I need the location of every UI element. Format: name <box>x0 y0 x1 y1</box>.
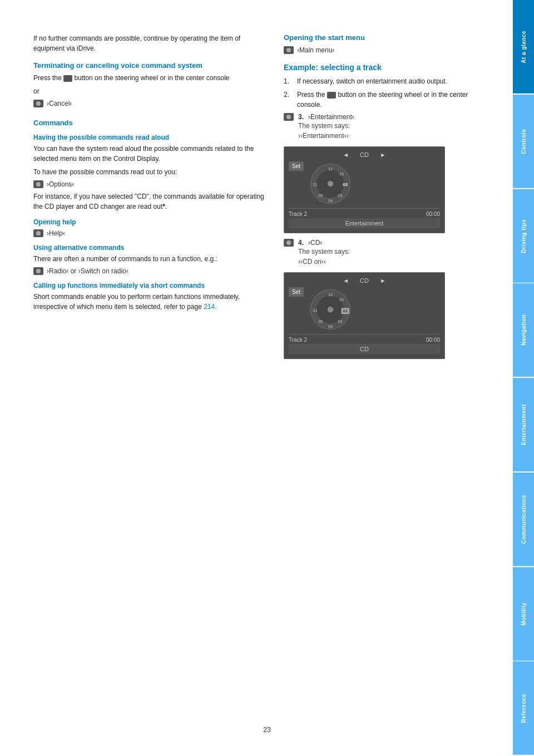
svg-text:03: 03 <box>338 194 343 198</box>
svg-text:04: 04 <box>328 325 333 329</box>
steps-list: 1. If necessary, switch on entertainment… <box>284 76 490 110</box>
calling-up-subheading: Calling up functions immediately via sho… <box>33 282 267 289</box>
svg-text:02: 02 <box>343 182 348 187</box>
commands-heading: Commands <box>33 119 267 127</box>
sidebar-tab-navigation[interactable]: Navigation <box>513 283 534 377</box>
voice-icon-step3 <box>284 113 294 121</box>
terminating-heading: Terminating or canceling voice command s… <box>33 61 267 70</box>
step-4: 4. ›CD‹ The system says: ››CD on‹‹ <box>284 239 490 267</box>
svg-text:01: 01 <box>339 298 344 302</box>
cd-track-bar-2: Track 2 00:00 <box>289 334 440 343</box>
cd-nav-bar-1: ◄ CD ► <box>289 151 440 158</box>
sidebar-tab-reference[interactable]: Reference <box>513 661 534 755</box>
cd-set-btn-1: Set <box>289 161 304 171</box>
cd-nav-left-1: ◄ <box>343 151 349 158</box>
svg-text:05: 05 <box>318 320 323 324</box>
sidebar-tab-at-a-glance-label: At a glance <box>521 30 527 63</box>
voice-icon-options <box>33 180 43 188</box>
cd-nav-right-1: ► <box>380 151 386 158</box>
opening-help-subheading: Opening help <box>33 218 267 226</box>
cd-disc-1: 12 01 02 03 04 05 11 <box>308 161 353 206</box>
step-4-cmd: ›CD‹ <box>308 239 322 247</box>
having-commands-subheading: Having the possible commands read aloud <box>33 134 267 141</box>
svg-text:11: 11 <box>313 183 317 187</box>
or-text: or <box>33 86 267 96</box>
sidebar-tab-entertainment-label: Entertainment <box>521 404 527 445</box>
svg-text:01: 01 <box>339 172 344 176</box>
having-commands-body3: For instance, if you have selected "CD",… <box>33 192 267 212</box>
cancel-command: ›Cancel‹ <box>33 100 267 107</box>
svg-point-12 <box>328 307 334 313</box>
sidebar-tab-reference-label: Reference <box>521 694 527 723</box>
opening-start-menu-heading: Opening the start menu <box>284 33 490 42</box>
intro-text: If no further commands are possible, con… <box>33 33 267 53</box>
sidebar-tab-communications[interactable]: Communications <box>513 473 534 566</box>
svg-text:11: 11 <box>313 308 317 313</box>
svg-text:04: 04 <box>328 199 333 203</box>
voice-icon-step4 <box>284 239 294 247</box>
help-command: ›Help‹ <box>33 229 267 237</box>
cd-display-1: ◄ CD ► Set 12 01 <box>284 146 445 233</box>
step-3-number: 3. <box>298 113 304 121</box>
page-214-link[interactable]: 214 <box>204 303 215 311</box>
cd-time-1: 00:00 <box>426 211 440 217</box>
sidebar-tab-communications-label: Communications <box>521 495 527 544</box>
example-heading: Example: selecting a track <box>284 63 490 72</box>
sidebar-tab-mobility-label: Mobility <box>521 602 527 625</box>
options-cmd-text: ›Options‹ <box>47 180 74 188</box>
cd-nav-right-2: ► <box>380 277 386 284</box>
cd-track-bar-1: Track 2 00:00 <box>289 208 440 217</box>
having-commands-body1: You can have the system read aloud the p… <box>33 144 267 164</box>
cancel-cmd-text: ›Cancel‹ <box>47 100 72 107</box>
sidebar-tab-mobility[interactable]: Mobility <box>513 567 534 661</box>
svg-text:03: 03 <box>338 320 343 324</box>
step-3-cmd: ›Entertainment‹ <box>308 113 354 121</box>
sidebar-tab-driving-tips[interactable]: Driving tips <box>513 189 534 283</box>
using-alternative-body: There are often a number of commands to … <box>33 254 267 264</box>
cd-time-2: 00:00 <box>426 337 440 343</box>
step-1: 1. If necessary, switch on entertainment… <box>284 76 490 86</box>
cd-nav-label-1: CD <box>360 151 369 158</box>
cd-nav-bar-2: ◄ CD ► <box>289 277 440 284</box>
cd-track-label-1: Track 2 <box>289 211 307 217</box>
sidebar-tab-driving-tips-label: Driving tips <box>521 219 527 253</box>
step-4-says-text: ››CD on‹‹ <box>298 257 350 267</box>
cd-nav-left-2: ◄ <box>343 277 349 284</box>
options-command: ›Options‹ <box>33 180 267 188</box>
step-3-says-label: The system says: <box>298 121 354 131</box>
svg-point-2 <box>328 181 334 187</box>
sidebar-tab-entertainment[interactable]: Entertainment <box>513 378 534 472</box>
step-4-says-label: The system says: <box>298 247 350 257</box>
having-commands-body2: To have the possible commands read out t… <box>33 167 267 177</box>
voice-icon-mainmenu <box>284 46 294 54</box>
step-1-number: 1. <box>284 76 293 86</box>
step-2-text: Press the button on the steering wheel o… <box>297 90 490 110</box>
terminating-body: Press the button on the steering wheel o… <box>33 73 267 83</box>
cd-disc-2: 12 01 02 03 04 05 11 <box>308 287 353 332</box>
cd-set-btn-2: Set <box>289 287 304 297</box>
sidebar-tab-controls[interactable]: Controls <box>513 95 534 188</box>
voice-icon-cancel <box>33 100 43 107</box>
cd-track-label-2: Track 2 <box>289 337 307 343</box>
cd-nav-label-2: CD <box>360 277 369 284</box>
step-3: 3. ›Entertainment‹ The system says: ››En… <box>284 113 490 141</box>
sidebar-tab-controls-label: Controls <box>521 129 527 154</box>
cd-bottom-label-1: Entertainment <box>289 218 440 228</box>
calling-up-body: Short commands enable you to perform cer… <box>33 292 267 312</box>
main-menu-cmd-text: ›Main menu‹ <box>297 46 334 54</box>
step-2: 2. Press the button on the steering whee… <box>284 90 490 110</box>
svg-text:05: 05 <box>318 194 323 198</box>
cd-display-2: ◄ CD ► Set 12 01 <box>284 272 445 359</box>
sidebar: At a glance Controls Driving tips Naviga… <box>513 0 534 756</box>
step-3-says-text: ››Entertainment‹‹ <box>298 131 354 141</box>
page-number: 23 <box>263 726 270 734</box>
svg-text:12: 12 <box>328 293 333 297</box>
step-2-number: 2. <box>284 90 293 110</box>
sidebar-tab-at-a-glance[interactable]: At a glance <box>513 0 534 94</box>
radio-command: ›Radio‹ or ›Switch on radio‹ <box>33 267 267 275</box>
radio-cmd-text: ›Radio‹ or ›Switch on radio‹ <box>47 267 128 275</box>
step-1-text: If necessary, switch on entertainment au… <box>297 76 447 86</box>
main-menu-command: ›Main menu‹ <box>284 46 490 54</box>
svg-text:12: 12 <box>328 167 333 171</box>
voice-icon-help <box>33 229 43 237</box>
